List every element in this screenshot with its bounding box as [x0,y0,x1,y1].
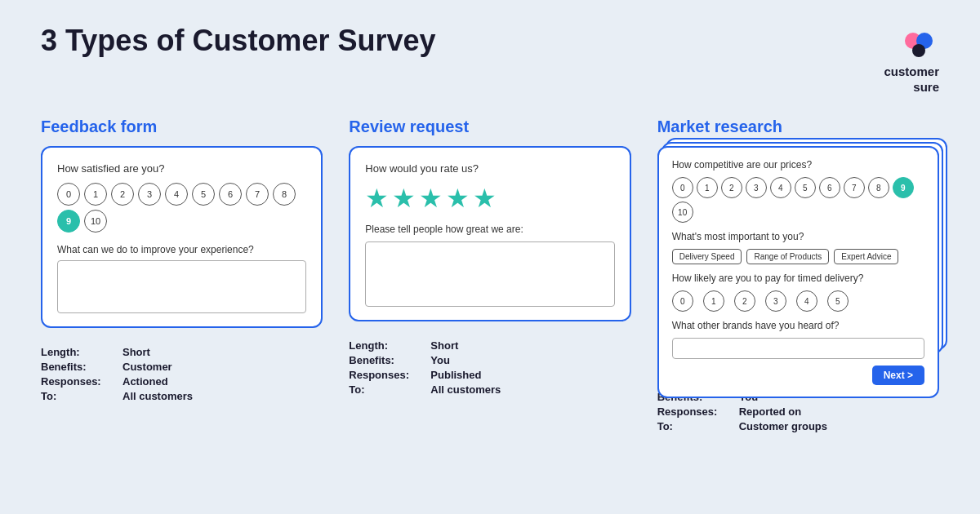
feedback-textarea[interactable] [57,260,306,313]
page-title: 3 Types of Customer Survey [41,24,436,57]
tag-expert[interactable]: Expert Advice [834,249,898,264]
page-container: 3 Types of Customer Survey customer sure… [0,0,980,514]
market-q3: How likely are you to pay for timed deli… [672,273,924,284]
star-2[interactable]: ★ [392,183,416,214]
feedback-info-to: To: All customers [41,390,323,402]
columns-container: Feedback form How satisfied are you? 0 1… [41,117,939,435]
mr2-num-5[interactable]: 5 [827,290,849,312]
mr2-num-2[interactable]: 2 [734,290,755,312]
market-q4: What other brands have you heard of? [672,320,924,331]
tag-range[interactable]: Range of Products [746,249,829,264]
market-title: Market research [657,117,939,136]
num-10[interactable]: 10 [84,210,107,233]
star-rating: ★ ★ ★ ★ ★ [365,183,614,214]
review-info-benefits: Benefits: You [349,354,630,366]
feedback-card: How satisfied are you? 0 1 2 3 4 5 6 7 8… [41,146,323,328]
star-1[interactable]: ★ [365,183,389,214]
review-info-to: To: All customers [349,383,630,396]
feedback-q2: What can we do to improve your experienc… [57,244,306,255]
review-info-length: Length: Short [349,339,630,352]
market-q2: What's most important to you? [672,231,924,242]
star-3[interactable]: ★ [419,183,443,214]
feedback-info: Length: Short Benefits: Customer Respons… [41,346,323,405]
review-textarea[interactable] [365,241,614,307]
market-card-stack: How competitive are our prices? 0 1 2 3 … [657,146,939,358]
num-7[interactable]: 7 [246,183,269,206]
review-title: Review request [349,117,630,136]
feedback-info-length: Length: Short [41,346,323,358]
mr-num-0[interactable]: 0 [672,177,693,198]
mr2-num-4[interactable]: 4 [796,290,817,312]
feedback-q1: How satisfied are you? [57,162,306,175]
logo: customer sure [884,24,939,95]
num-2[interactable]: 2 [111,183,134,206]
svg-point-2 [912,44,925,57]
num-3[interactable]: 3 [138,183,161,206]
feedback-rating: 0 1 2 3 4 5 6 7 8 9 10 [57,183,306,233]
feedback-title: Feedback form [41,117,323,136]
logo-icon [900,24,939,64]
num-9[interactable]: 9 [57,210,80,233]
review-info: Length: Short Benefits: You Responses: P… [349,339,630,398]
mr-num-3[interactable]: 3 [746,177,767,198]
market-q1: How competitive are our prices? [672,159,924,171]
market-input[interactable] [672,338,924,359]
num-1[interactable]: 1 [84,183,107,206]
next-btn-container: Next > [672,366,924,385]
feedback-column: Feedback form How satisfied are you? 0 1… [41,117,323,405]
star-5[interactable]: ★ [473,183,497,214]
mr-num-5[interactable]: 5 [795,177,816,198]
mr-num-6[interactable]: 6 [819,177,840,198]
mr2-num-0[interactable]: 0 [672,290,693,312]
feedback-info-responses: Responses: Actioned [41,375,323,388]
market-info-to: To: Customer groups [657,420,939,432]
next-button[interactable]: Next > [872,366,924,385]
header: 3 Types of Customer Survey customer sure [41,24,939,95]
mr-num-9[interactable]: 9 [893,177,914,198]
feedback-info-benefits: Benefits: Customer [41,361,323,373]
market-rating-1: 0 1 2 3 4 5 6 7 8 9 10 [672,177,924,223]
num-5[interactable]: 5 [192,183,215,206]
num-8[interactable]: 8 [273,183,296,206]
mr-num-8[interactable]: 8 [868,177,889,198]
star-4[interactable]: ★ [446,183,470,214]
mr-num-4[interactable]: 4 [770,177,791,198]
logo-text: customer sure [884,64,939,95]
num-4[interactable]: 4 [165,183,188,206]
review-column: Review request How would you rate us? ★ … [349,117,630,398]
num-0[interactable]: 0 [57,183,80,206]
market-rating-2: 0 1 2 3 4 5 [672,290,924,312]
mr2-num-3[interactable]: 3 [765,290,786,312]
mr2-num-1[interactable]: 1 [703,290,724,312]
mr-num-7[interactable]: 7 [844,177,865,198]
tag-delivery[interactable]: Delivery Speed [672,249,742,264]
mr-num-1[interactable]: 1 [697,177,718,198]
tag-buttons-group: Delivery Speed Range of Products Expert … [672,249,924,264]
num-6[interactable]: 6 [219,183,242,206]
review-card: How would you rate us? ★ ★ ★ ★ ★ Please … [349,146,630,321]
review-q1: How would you rate us? [365,162,614,175]
market-info-responses: Responses: Reported on [657,405,939,418]
review-q2: Please tell people how great we are: [365,224,614,235]
mr-num-2[interactable]: 2 [721,177,742,198]
market-column: Market research How competitive are our … [657,117,939,435]
mr-num-10[interactable]: 10 [672,202,693,223]
market-card-front: How competitive are our prices? 0 1 2 3 … [657,146,939,398]
review-info-responses: Responses: Published [349,369,630,381]
